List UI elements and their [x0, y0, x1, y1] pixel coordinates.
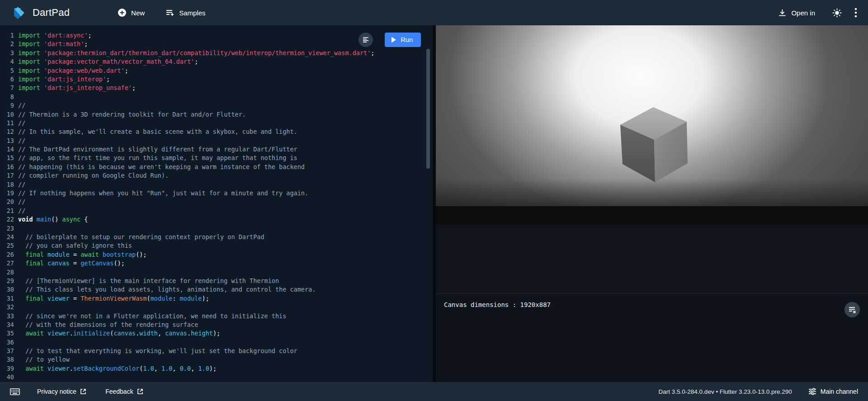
code-line[interactable]: 11// — [0, 119, 433, 127]
code-text: // The DartPad environment is slightly d… — [18, 145, 297, 154]
line-number: 16 — [0, 163, 18, 171]
header-bar: DartPad New Samples Open in — [0, 0, 868, 25]
code-line[interactable]: 17// compiler running on Google Cloud Ru… — [0, 171, 433, 180]
new-button[interactable]: New — [113, 5, 149, 21]
code-line[interactable]: 35 await viewer.initialize(canvas.width,… — [0, 329, 433, 338]
code-line[interactable]: 15// app, so the first time you run this… — [0, 154, 433, 162]
line-number: 18 — [0, 180, 18, 189]
code-line[interactable]: 7import 'dart:js_interop_unsafe'; — [0, 84, 433, 92]
line-number: 22 — [0, 215, 18, 224]
keyboard-shortcuts-button[interactable] — [10, 388, 20, 395]
code-line[interactable]: 34 // with the dimensions of the renderi… — [0, 321, 433, 329]
code-line[interactable]: 12// In this sample, we'll create a basi… — [0, 127, 433, 136]
code-line[interactable]: 29 // [ThermionViewer] is the main inter… — [0, 277, 433, 285]
channel-selector[interactable]: Main channel — [808, 388, 858, 395]
code-text: import 'dart:js_interop_unsafe'; — [18, 84, 136, 92]
code-line[interactable]: 33 // since we're not in a Flutter appli… — [0, 312, 433, 321]
code-line[interactable]: 14// The DartPad environment is slightly… — [0, 145, 433, 154]
run-button[interactable]: Run — [385, 33, 421, 47]
code-text: void main() async { — [18, 215, 88, 224]
code-line[interactable]: 8 — [0, 93, 433, 101]
channel-label: Main channel — [821, 388, 858, 395]
line-number: 11 — [0, 119, 18, 127]
code-editor[interactable]: 1import 'dart:async';2import 'dart:math'… — [0, 25, 433, 382]
code-line[interactable]: 4import 'package:vector_math/vector_math… — [0, 57, 433, 66]
code-line[interactable]: 37 // to test that everything is working… — [0, 347, 433, 355]
line-number: 1 — [0, 31, 18, 40]
code-line[interactable]: 3import 'package:thermion_dart/thermion_… — [0, 49, 433, 57]
line-number: 25 — [0, 241, 18, 250]
code-text: import 'dart:js_interop'; — [18, 75, 110, 84]
code-line[interactable]: 5import 'package:web/web.dart'; — [0, 66, 433, 75]
code-text: await viewer.setBackgroundColor(1.0, 1.0… — [18, 364, 217, 373]
editor-scrollbar[interactable] — [426, 49, 430, 169]
code-text: // If nothing happens when you hit "Run"… — [18, 189, 308, 198]
code-line[interactable]: 10// Thermion is a 3D rendering toolkit … — [0, 110, 433, 119]
code-line[interactable]: 27 final canvas = getCanvas(); — [0, 259, 433, 268]
code-text: // In this sample, we'll create a basic … — [18, 127, 297, 136]
line-number: 32 — [0, 303, 18, 311]
vertical-splitter[interactable] — [433, 25, 436, 382]
code-line[interactable]: 9// — [0, 101, 433, 110]
code-line[interactable]: 36 — [0, 338, 433, 347]
code-text: import 'dart:math'; — [18, 40, 88, 48]
code-line[interactable]: 39 await viewer.setBackgroundColor(1.0, … — [0, 364, 433, 373]
code-line[interactable]: 28 — [0, 268, 433, 277]
code-line[interactable]: 19// If nothing happens when you hit "Ru… — [0, 189, 433, 198]
code-line[interactable]: 25 // you can safely ignore this — [0, 241, 433, 250]
feedback-label: Feedback — [105, 388, 133, 395]
privacy-notice-link[interactable]: Privacy notice — [33, 385, 90, 398]
line-number: 4 — [0, 57, 18, 66]
code-text: final canvas = getCanvas(); — [18, 259, 125, 268]
line-number: 34 — [0, 321, 18, 329]
brightness-toggle[interactable] — [832, 8, 842, 18]
code-text: // — [18, 207, 25, 215]
code-text: // since we're not in a Flutter applicat… — [18, 312, 286, 321]
code-text: import 'dart:async'; — [18, 31, 92, 40]
code-line[interactable]: 21// — [0, 207, 433, 215]
code-line[interactable]: 22void main() async { — [0, 215, 433, 224]
code-line[interactable]: 32 — [0, 303, 433, 311]
format-button[interactable] — [359, 33, 373, 47]
code-lines: 1import 'dart:async';2import 'dart:math'… — [0, 31, 433, 382]
clear-console-button[interactable] — [844, 302, 860, 317]
line-number: 35 — [0, 329, 18, 338]
code-line[interactable]: 38 // to yellow — [0, 355, 433, 364]
code-text: // compiler running on Google Cloud Run)… — [18, 171, 169, 180]
feedback-link[interactable]: Feedback — [102, 385, 146, 398]
line-number: 6 — [0, 75, 18, 84]
code-line[interactable]: 16// happening (this is because we aren'… — [0, 163, 433, 171]
app-title: DartPad — [33, 7, 70, 19]
external-link-icon — [137, 388, 143, 395]
code-line[interactable]: 20// — [0, 198, 433, 206]
code-text: // app, so the first time you run this s… — [18, 154, 297, 162]
code-text: // to yellow — [18, 355, 70, 364]
code-text: final viewer = ThermionViewerWasm(module… — [18, 294, 209, 303]
samples-button[interactable]: Samples — [161, 5, 210, 21]
code-line[interactable]: 31 final viewer = ThermionViewerWasm(mod… — [0, 294, 433, 303]
code-line[interactable]: 30 // This class lets you load assets, l… — [0, 285, 433, 294]
code-text: // you can safely ignore this — [18, 241, 132, 250]
render-canvas — [436, 25, 868, 225]
line-number: 9 — [0, 101, 18, 110]
run-label: Run — [401, 36, 413, 43]
code-line[interactable]: 18// — [0, 180, 433, 189]
code-text: // Thermion is a 3D rendering toolkit fo… — [18, 110, 246, 119]
code-line[interactable]: 13// — [0, 137, 433, 145]
code-line[interactable]: 6import 'dart:js_interop'; — [0, 75, 433, 84]
code-line[interactable]: 40 — [0, 373, 433, 382]
code-text: // — [18, 137, 25, 145]
open-in-button[interactable]: Open in — [774, 5, 820, 21]
privacy-notice-label: Privacy notice — [37, 388, 76, 395]
play-icon — [391, 37, 396, 43]
line-number: 23 — [0, 224, 18, 233]
code-line[interactable]: 23 — [0, 224, 433, 233]
code-line[interactable]: 26 final module = await bootstrap(); — [0, 250, 433, 259]
line-number: 10 — [0, 110, 18, 119]
line-number: 40 — [0, 373, 18, 382]
overflow-menu-button[interactable] — [854, 8, 857, 18]
code-line[interactable]: 24 // boilerplate to setup our rendering… — [0, 233, 433, 241]
clear-console-icon — [848, 306, 856, 314]
line-number: 13 — [0, 137, 18, 145]
line-number: 20 — [0, 198, 18, 206]
